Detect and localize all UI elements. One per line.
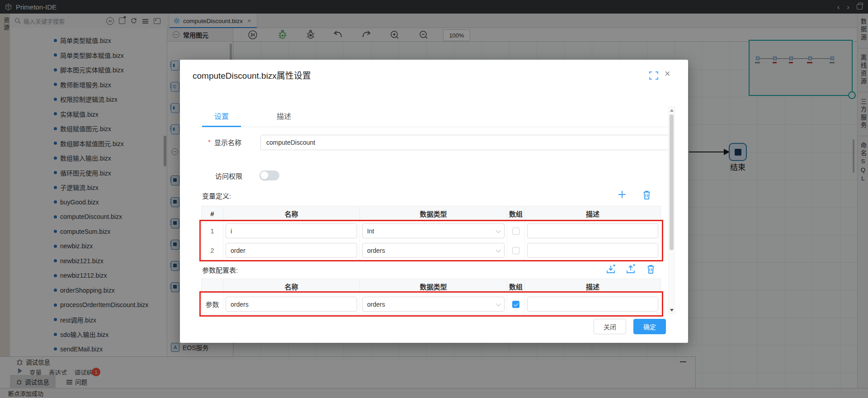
required-mark: *	[208, 138, 211, 146]
variable-type-select[interactable]: Int	[362, 223, 505, 238]
dialog-tab-settings[interactable]: 设置	[214, 110, 229, 121]
properties-dialog: computeDiscount.bizx属性设置 × 设置 描述 * 显示名称 …	[180, 60, 688, 343]
tab-divider	[202, 127, 672, 127]
export-params-icon[interactable]	[626, 264, 636, 274]
display-name-input[interactable]	[260, 135, 671, 150]
dialog-tab-description[interactable]: 描述	[277, 110, 291, 121]
scroll-up-icon[interactable]	[670, 109, 674, 112]
close-button[interactable]: 关闭	[594, 319, 626, 334]
variable-desc-input[interactable]	[527, 243, 658, 258]
param-row: 参数 orders	[202, 294, 660, 314]
param-name-input[interactable]	[226, 297, 357, 312]
variable-name-input[interactable]	[226, 243, 357, 258]
param-desc-input[interactable]	[527, 297, 658, 312]
maximize-dialog-icon[interactable]	[649, 71, 658, 80]
variable-name-input[interactable]	[226, 223, 357, 238]
dialog-scrollbar[interactable]	[668, 107, 675, 314]
params-table: 名称 数据类型 数组 描述 参数 orders	[201, 279, 661, 315]
scrollbar-thumb[interactable]	[670, 114, 674, 250]
dialog-title: computeDiscount.bizx属性设置	[193, 69, 311, 81]
close-dialog-icon[interactable]: ×	[665, 68, 670, 80]
param-array-checkbox[interactable]	[512, 301, 519, 308]
variables-table-header: # 名称 数据类型 数组 描述	[202, 206, 660, 221]
variable-type-select[interactable]: orders	[362, 243, 505, 258]
app-window: Primeton-IDE ‹ › 资源 输入关键字搜索 AI	[0, 0, 868, 398]
param-type-select[interactable]: orders	[362, 297, 505, 312]
add-variable-icon[interactable]	[617, 189, 627, 200]
delete-variable-icon[interactable]	[642, 190, 651, 200]
variable-array-checkbox[interactable]	[512, 227, 519, 235]
access-toggle[interactable]	[259, 171, 279, 180]
import-params-icon[interactable]	[606, 264, 616, 274]
scroll-down-icon[interactable]	[670, 309, 674, 312]
display-name-label: 显示名称	[214, 137, 241, 147]
variable-row: 2 orders	[202, 241, 660, 260]
variable-row: 1 Int	[202, 221, 660, 241]
active-tab-indicator	[202, 126, 241, 127]
ok-button[interactable]: 确定	[633, 319, 666, 334]
delete-param-icon[interactable]	[646, 264, 656, 274]
variables-section-label: 变量定义:	[202, 191, 231, 200]
variable-desc-input[interactable]	[527, 223, 658, 238]
variable-array-checkbox[interactable]	[512, 247, 519, 254]
params-section-label: 参数配置表:	[202, 265, 238, 275]
variables-table: # 名称 数据类型 数组 描述 1 Int 2 orders	[201, 206, 661, 261]
access-label: 访问权限	[215, 171, 242, 180]
params-table-header: 名称 数据类型 数组 描述	[202, 279, 660, 294]
